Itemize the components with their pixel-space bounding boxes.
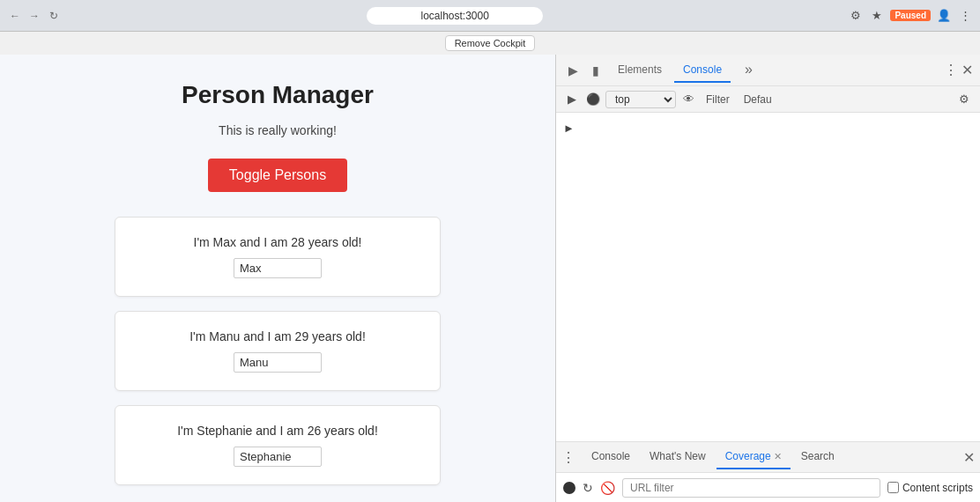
settings-icon[interactable]: ⚙ xyxy=(955,91,973,108)
devtools-header: ▶ ▮ Elements Console » ⋮ ✕ xyxy=(556,55,980,86)
bottom-close-icon[interactable]: ✕ xyxy=(963,449,975,466)
devtools-bottom-tabs: ⋮ Console What's New Coverage✕ Search ✕ xyxy=(556,442,980,472)
browser-chrome: ← → ↻ ⚙ ★ Paused 👤 ⋮ xyxy=(0,0,980,32)
context-selector[interactable]: top xyxy=(605,91,676,108)
bottom-tab-search[interactable]: Search xyxy=(792,445,843,469)
address-bar[interactable] xyxy=(367,7,543,25)
person-text-manu: I'm Manu and I am 29 years old! xyxy=(189,329,366,343)
person-input-stephanie[interactable] xyxy=(234,447,322,467)
bottom-menu-icon[interactable]: ⋮ xyxy=(561,449,575,466)
app-title: Person Manager xyxy=(182,81,374,109)
refresh-icon[interactable]: ↻ xyxy=(583,481,593,495)
devtools-toolbar: ▶ ⚫ top 👁 Filter Defau ⚙ xyxy=(556,86,980,113)
remove-cockpit-bar: Remove Cockpit xyxy=(0,32,980,55)
person-card-stephanie: I'm Stephanie and I am 26 years old! xyxy=(115,405,441,485)
devtools-close-icon[interactable]: ✕ xyxy=(961,62,973,78)
block-toolbar-icon[interactable]: ⚫ xyxy=(584,91,602,108)
url-filter-input[interactable] xyxy=(622,478,880,498)
extensions-icon[interactable]: ⚙ xyxy=(848,8,864,24)
browser-actions: ⚙ ★ Paused 👤 ⋮ xyxy=(848,8,973,24)
person-text-stephanie: I'm Stephanie and I am 26 years old! xyxy=(177,424,378,438)
person-input-max[interactable] xyxy=(234,258,322,278)
coverage-close-icon[interactable]: ✕ xyxy=(774,451,782,461)
devtools-bottom: ⋮ Console What's New Coverage✕ Search ✕ … xyxy=(556,441,980,502)
person-card-max: I'm Max and I am 28 years old! xyxy=(115,217,441,297)
console-arrow[interactable]: ► xyxy=(563,122,575,135)
tab-console[interactable]: Console xyxy=(674,58,731,83)
paused-badge: Paused xyxy=(890,10,931,21)
filter-label: Filter xyxy=(701,92,735,107)
bottom-tab-console[interactable]: Console xyxy=(583,445,639,469)
app-pane: Person Manager This is really working! T… xyxy=(0,55,555,502)
cursor-icon[interactable]: ▶ xyxy=(563,61,583,80)
address-bar-area xyxy=(69,7,841,25)
bottom-tab-coverage[interactable]: Coverage✕ xyxy=(716,445,791,469)
devtools-menu-icon[interactable]: ⋮ xyxy=(944,62,958,78)
person-input-manu[interactable] xyxy=(234,352,322,373)
app-subtitle: This is really working! xyxy=(219,123,337,137)
device-icon[interactable]: ▮ xyxy=(586,61,605,80)
profile-icon[interactable]: 👤 xyxy=(936,8,952,24)
forward-button[interactable]: → xyxy=(26,8,42,24)
bottom-tab-whats-new[interactable]: What's New xyxy=(641,445,715,469)
person-card-manu: I'm Manu and I am 29 years old! xyxy=(115,311,441,391)
bookmark-icon[interactable]: ★ xyxy=(869,8,885,24)
main-layout: Person Manager This is really working! T… xyxy=(0,55,980,502)
devtools-pane: ▶ ▮ Elements Console » ⋮ ✕ ▶ ⚫ top 👁 Fil… xyxy=(555,55,980,502)
refresh-button[interactable]: ↻ xyxy=(46,8,62,24)
tab-elements[interactable]: Elements xyxy=(609,58,671,83)
toggle-persons-button[interactable]: Toggle Persons xyxy=(208,159,347,192)
person-text-max: I'm Max and I am 28 years old! xyxy=(194,235,362,249)
menu-icon[interactable]: ⋮ xyxy=(957,8,973,24)
devtools-bottom-toolbar: ↻ 🚫 Content scripts xyxy=(556,472,980,502)
content-scripts-label[interactable]: Content scripts xyxy=(887,482,973,494)
content-scripts-checkbox[interactable] xyxy=(887,482,899,493)
tab-more[interactable]: » xyxy=(736,56,761,85)
block-icon[interactable]: 🚫 xyxy=(600,481,615,495)
play-icon[interactable]: ▶ xyxy=(563,91,581,108)
back-button[interactable]: ← xyxy=(7,8,23,24)
record-button[interactable] xyxy=(563,482,575,494)
remove-cockpit-button[interactable]: Remove Cockpit xyxy=(445,35,536,51)
nav-buttons: ← → ↻ xyxy=(7,8,62,24)
eye-icon[interactable]: 👁 xyxy=(679,91,697,108)
devtools-console: ► xyxy=(556,113,980,441)
default-label[interactable]: Defau xyxy=(739,92,777,107)
